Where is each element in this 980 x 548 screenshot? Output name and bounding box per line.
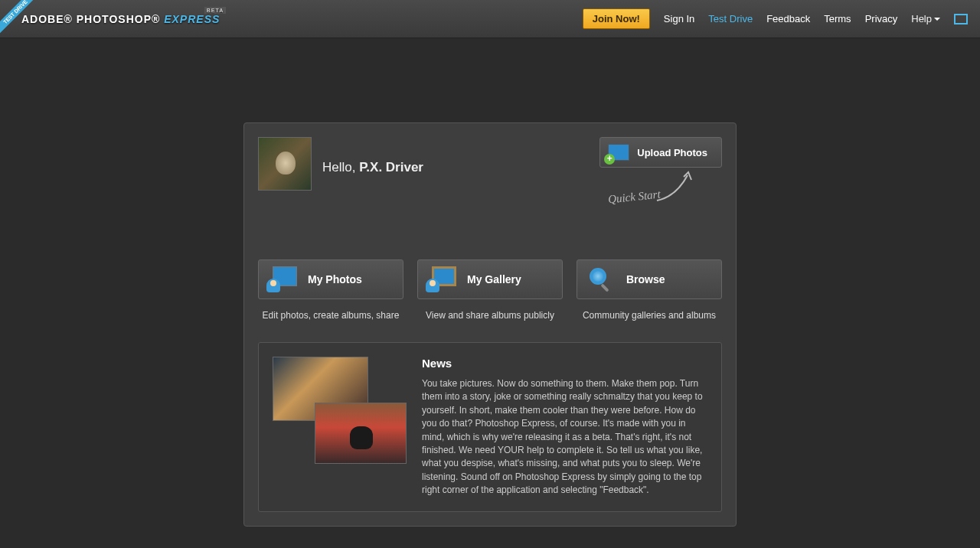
greeting-name: P.X. Driver <box>359 160 423 175</box>
my-photos-icon <box>266 266 299 292</box>
nav-feedback[interactable]: Feedback <box>766 13 810 24</box>
beta-badge: BETA <box>204 7 227 14</box>
plus-icon: + <box>604 154 615 165</box>
my-photos-desc: Edit photos, create albums, share <box>263 310 400 321</box>
logo-product: PHOTOSHOP® <box>77 13 161 25</box>
greeting-hello: Hello, <box>322 160 359 175</box>
tile-col-mygallery: My Gallery View and share albums publicl… <box>417 259 563 321</box>
my-photos-label: My Photos <box>308 273 362 285</box>
nav-right: Join Now! Sign In Test Drive Feedback Te… <box>583 8 980 29</box>
nav-help[interactable]: Help <box>911 13 940 24</box>
my-gallery-label: My Gallery <box>467 273 521 285</box>
nav-help-label: Help <box>911 13 932 24</box>
upload-photos-button[interactable]: + Upload Photos <box>599 137 722 168</box>
tile-col-browse: Browse Community galleries and albums <box>577 259 722 321</box>
tile-col-myphotos: My Photos Edit photos, create albums, sh… <box>258 259 403 321</box>
app-logo: ADOBE® PHOTOSHOP® EXPRESS BETA <box>21 13 220 25</box>
photo-icon: + <box>608 144 629 161</box>
fullscreen-icon[interactable] <box>954 14 968 24</box>
nav-signin[interactable]: Sign In <box>664 13 694 24</box>
browse-icon <box>585 266 617 292</box>
chevron-down-icon <box>934 18 940 21</box>
upload-label: Upload Photos <box>637 147 707 158</box>
news-body: You take pictures. Now do something to t… <box>422 377 707 497</box>
browse-button[interactable]: Browse <box>577 259 722 299</box>
logo-express: EXPRESS <box>164 13 220 25</box>
my-gallery-icon <box>426 266 458 292</box>
browse-label: Browse <box>626 273 665 285</box>
tile-row: My Photos Edit photos, create albums, sh… <box>258 259 722 321</box>
greeting-text: Hello, P.X. Driver <box>322 160 423 175</box>
my-gallery-button[interactable]: My Gallery <box>417 259 563 299</box>
news-title: News <box>422 357 707 370</box>
join-now-button[interactable]: Join Now! <box>583 8 650 29</box>
my-photos-button[interactable]: My Photos <box>258 259 403 299</box>
main-panel: Hello, P.X. Driver + Upload Photos Quick… <box>243 122 737 527</box>
my-gallery-desc: View and share albums publicly <box>426 310 554 321</box>
nav-testdrive[interactable]: Test Drive <box>708 13 753 24</box>
news-thumb-2 <box>315 403 407 464</box>
nav-terms[interactable]: Terms <box>824 13 851 24</box>
nav-privacy[interactable]: Privacy <box>865 13 898 24</box>
test-drive-ribbon <box>0 0 46 46</box>
news-images <box>273 357 407 464</box>
browse-desc: Community galleries and albums <box>583 310 716 321</box>
news-text: News You take pictures. Now do something… <box>422 357 707 497</box>
greeting-row: Hello, P.X. Driver + Upload Photos Quick… <box>258 137 722 229</box>
top-header: ADOBE® PHOTOSHOP® EXPRESS BETA Join Now!… <box>0 0 980 38</box>
user-avatar <box>258 137 312 191</box>
news-box: News You take pictures. Now do something… <box>258 342 722 512</box>
